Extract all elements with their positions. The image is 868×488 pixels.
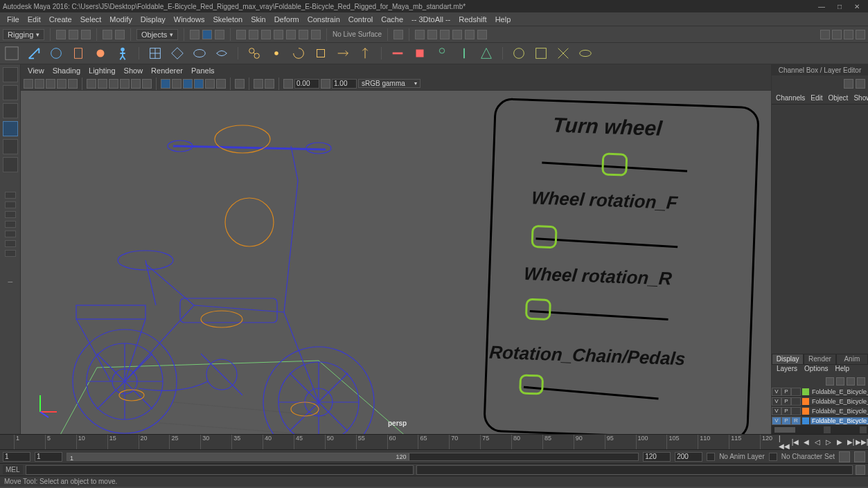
paint-weights-icon[interactable]	[91, 44, 109, 62]
bake-icon[interactable]	[411, 44, 429, 62]
layer-color-swatch[interactable]	[802, 408, 809, 415]
slider-handle-chain[interactable]	[520, 375, 543, 394]
panel-layout-icon-1[interactable]	[820, 30, 830, 39]
le-icon-3[interactable]	[847, 377, 855, 386]
vp-isolate-icon[interactable]	[235, 79, 245, 89]
set-driven-key-icon[interactable]	[389, 44, 407, 62]
minimize-button[interactable]: —	[818, 3, 825, 10]
lattice-icon[interactable]	[146, 44, 164, 62]
slider-handle-wheel-f[interactable]	[532, 226, 556, 247]
vp-shadows-icon[interactable]	[216, 79, 226, 89]
quick-rig-icon[interactable]	[477, 44, 495, 62]
layer-ref-toggle[interactable]	[791, 397, 801, 406]
vp-xray-icon[interactable]	[254, 79, 263, 89]
layout-custom-icon[interactable]	[5, 250, 16, 257]
mask-icon-3[interactable]	[215, 30, 224, 39]
render-icon-2[interactable]	[427, 30, 437, 39]
menu-constrain[interactable]: Constrain	[303, 14, 344, 25]
layout-single-icon[interactable]	[5, 192, 16, 199]
snap-icon-6[interactable]	[299, 30, 308, 39]
layout-three-icon[interactable]	[5, 231, 16, 237]
vp-menu-renderer[interactable]: Renderer	[147, 66, 187, 75]
human-ik-icon[interactable]	[114, 44, 132, 62]
vp-field-chart-icon[interactable]	[131, 79, 141, 89]
layer-vis-toggle[interactable]: V	[772, 407, 781, 415]
vp-xray-joints-icon[interactable]	[265, 79, 274, 89]
move-tool-icon[interactable]	[3, 121, 18, 136]
cb-menu-channels[interactable]: Channels	[773, 94, 808, 102]
step-back-key-icon[interactable]: |◀	[790, 437, 800, 447]
layer-vis-toggle[interactable]: V	[772, 417, 781, 425]
scroll-left-icon[interactable]	[824, 426, 831, 433]
le-icon-1[interactable]	[826, 377, 834, 386]
close-button[interactable]: ✕	[854, 3, 860, 10]
menu-redshift[interactable]: Redshift	[454, 14, 490, 25]
layer-row[interactable]: VPFoldable_E_Bicycle_Red	[772, 397, 868, 406]
menu-modify[interactable]: Modify	[105, 14, 136, 25]
maximize-button[interactable]: □	[838, 3, 842, 10]
layer-playback-toggle[interactable]: P	[781, 407, 791, 415]
play-forward-icon[interactable]: ▷	[824, 437, 833, 447]
skin-bind-icon[interactable]	[69, 44, 87, 62]
menu-deform[interactable]: Deform	[270, 14, 303, 25]
anim-layer-label[interactable]: No Anim Layer	[719, 453, 765, 460]
le-menu-options[interactable]: Options	[801, 365, 831, 376]
cluster-icon[interactable]	[168, 44, 186, 62]
layout-outliner-icon[interactable]	[5, 240, 16, 247]
collapse-icon[interactable]: −	[7, 276, 12, 287]
redo-icon[interactable]	[115, 30, 125, 39]
menu-skeleton[interactable]: Skeleton	[209, 14, 247, 25]
vp-exposure-field[interactable]	[294, 79, 319, 89]
menu-help[interactable]: Help	[491, 14, 515, 25]
menu-edit[interactable]: Edit	[24, 14, 45, 25]
snap-icon-1[interactable]	[236, 30, 246, 39]
construction-history-icon[interactable]	[393, 30, 403, 39]
constraint-aim-icon[interactable]	[334, 44, 352, 62]
layout-two-h-icon[interactable]	[5, 211, 16, 218]
layer-playback-toggle[interactable]: P	[781, 397, 791, 406]
range-end-inner-field[interactable]	[643, 452, 671, 462]
snap-icon-3[interactable]	[261, 30, 271, 39]
menu-cache[interactable]: Cache	[377, 14, 407, 25]
tab-render[interactable]: Render	[804, 354, 835, 365]
undo-icon[interactable]	[103, 30, 112, 39]
snap-icon-7[interactable]	[311, 30, 321, 39]
play-backward-icon[interactable]: ◁	[813, 437, 822, 447]
anim-layer-checkbox[interactable]	[707, 453, 715, 461]
vp-gamma-field[interactable]	[332, 79, 357, 89]
le-icon-4[interactable]	[857, 377, 865, 386]
lasso-tool-icon[interactable]	[3, 85, 18, 100]
layer-color-swatch[interactable]	[802, 417, 809, 424]
vp-exposure-icon[interactable]	[283, 79, 293, 89]
rotate-tool-icon[interactable]	[3, 139, 18, 154]
range-start-inner-field[interactable]	[35, 452, 62, 462]
viewport-3d[interactable]: Turn wheel Wheel rotation_F Wheel rotati…	[21, 91, 771, 434]
vp-grease-icon[interactable]	[68, 79, 78, 89]
range-end-outer-field[interactable]	[675, 452, 702, 462]
vp-grid-icon[interactable]	[87, 79, 96, 89]
menu-windows[interactable]: Windows	[170, 14, 209, 25]
menu-3dtoall[interactable]: -- 3DtoAll --	[407, 14, 454, 25]
menu-control[interactable]: Control	[344, 14, 377, 25]
layout-four-icon[interactable]	[5, 201, 16, 208]
range-start-outer-field[interactable]	[3, 452, 30, 462]
vp-gate-mask-icon[interactable]	[120, 79, 130, 89]
vp-resolution-gate-icon[interactable]	[109, 79, 118, 89]
vp-textured-icon[interactable]	[194, 79, 204, 89]
vp-lights-icon[interactable]	[205, 79, 215, 89]
constraint-point-icon[interactable]	[267, 44, 285, 62]
scroll-right-icon[interactable]	[860, 426, 867, 433]
layer-row[interactable]: VPFoldable_E_Bicycle_Red	[772, 406, 868, 416]
vp-wireframe-icon[interactable]	[161, 79, 170, 89]
script-language-label[interactable]: MEL	[3, 465, 23, 474]
layer-color-swatch[interactable]	[802, 398, 809, 405]
shelf-tab-icon[interactable]	[3, 44, 21, 62]
mask-icon-1[interactable]	[190, 30, 200, 39]
selection-mask-dropdown[interactable]: Objects	[136, 29, 178, 40]
custom-icon-4[interactable]	[576, 44, 594, 62]
panel-layout-icon-4[interactable]	[856, 30, 865, 39]
vp-menu-view[interactable]: View	[24, 66, 48, 75]
panel-layout-icon-3[interactable]	[844, 30, 853, 39]
auto-key-icon[interactable]	[839, 451, 850, 462]
panel-layout-icon-2[interactable]	[832, 30, 842, 39]
